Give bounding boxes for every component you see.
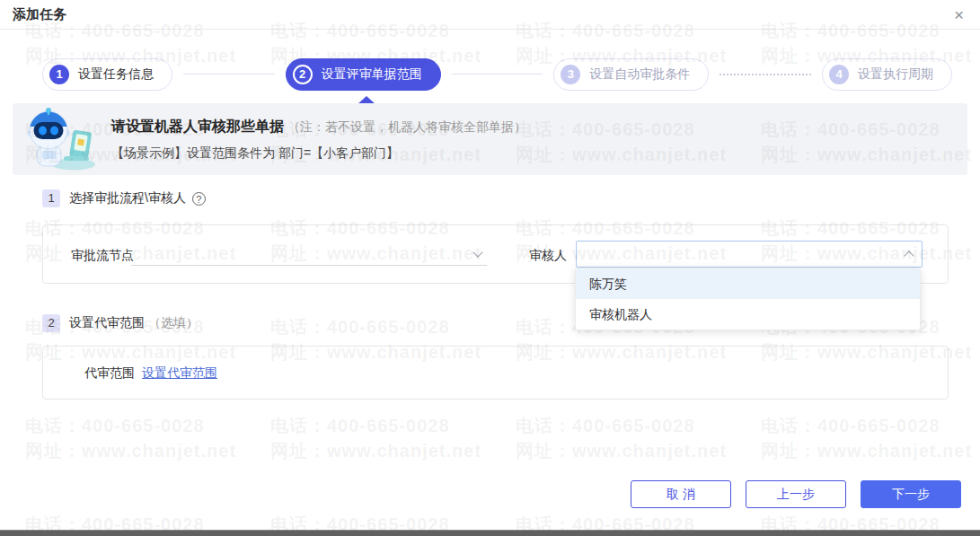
step-2-review-scope[interactable]: 2 设置评审单据范围 <box>286 58 441 91</box>
reviewer-label: 审核人 <box>529 248 567 264</box>
step-4-number: 4 <box>829 65 849 84</box>
step-1-number: 1 <box>49 65 69 84</box>
banner-text: 请设置机器人审核那些单据（注：若不设置，机器人将审核全部单据） 【场景示例】设置… <box>111 118 526 162</box>
step-3-number: 3 <box>561 65 580 84</box>
section-1-title: 选择审批流程\审核人 <box>69 190 186 206</box>
banner-example: 【场景示例】设置范围条件为 部门=【小客户部门】 <box>111 145 526 162</box>
step-1-label: 设置任务信息 <box>78 66 154 83</box>
step-connector <box>183 74 275 75</box>
step-connector <box>452 74 543 75</box>
hint-banner: 请设置机器人审核那些单据（注：若不设置，机器人将审核全部单据） 【场景示例】设置… <box>13 103 967 175</box>
help-icon[interactable]: ? <box>192 192 206 206</box>
step-connector-dotted <box>720 74 811 75</box>
flow-node-label: 审批流节点 <box>71 248 134 264</box>
reviewer-select-input[interactable] <box>576 241 923 268</box>
section-1-heading: 1 选择审批流程\审核人 ? <box>42 189 206 207</box>
footer-actions: 取 消 上一步 下一步 <box>631 480 961 508</box>
section-2-badge: 2 <box>42 314 60 332</box>
delegate-scope-label: 代审范围 <box>84 365 135 382</box>
robot-icon <box>22 106 99 172</box>
chevron-down-icon <box>472 247 482 257</box>
chevron-up-icon <box>904 250 914 260</box>
banner-note: （注：若不设置，机器人将审核全部单据） <box>287 119 526 134</box>
close-icon[interactable]: × <box>954 5 964 25</box>
step-wizard: 1 设置任务信息 2 设置评审单据范围 3 设置自动审批条件 4 设置执行周期 <box>42 57 952 91</box>
reviewer-dropdown: 陈万笑 审核机器人 <box>575 268 921 330</box>
delegate-scope-box: 代审范围 设置代审范围 <box>42 346 949 400</box>
step-1-task-info[interactable]: 1 设置任务信息 <box>42 58 172 91</box>
prev-step-button[interactable]: 上一步 <box>746 480 846 508</box>
modal-title: 添加任务 <box>13 6 66 23</box>
step-4-schedule[interactable]: 4 设置执行周期 <box>822 58 952 91</box>
banner-title: 请设置机器人审核那些单据 <box>111 119 284 134</box>
reviewer-option-chenwanxiao[interactable]: 陈万笑 <box>576 268 920 299</box>
step-2-label: 设置评审单据范围 <box>322 66 422 83</box>
step-3-auto-approval[interactable]: 3 设置自动审批条件 <box>553 58 709 91</box>
window-bottom-edge <box>0 530 980 536</box>
section-2-title: 设置代审范围 <box>69 315 145 331</box>
section-2-heading: 2 设置代审范围 （选填） <box>42 314 199 332</box>
section-2-optional-note: （选填） <box>148 315 199 331</box>
step-3-label: 设置自动审批条件 <box>589 66 690 83</box>
add-task-modal: 添加任务 × 1 设置任务信息 2 设置评审单据范围 3 设置自动审批条件 4 … <box>0 0 980 536</box>
reviewer-option-robot[interactable]: 审核机器人 <box>576 299 920 330</box>
flow-node-select[interactable] <box>131 242 487 266</box>
next-step-button[interactable]: 下一步 <box>861 480 961 508</box>
step-4-label: 设置执行周期 <box>858 66 933 83</box>
set-delegate-scope-link[interactable]: 设置代审范围 <box>142 365 217 382</box>
header-divider <box>0 29 980 30</box>
step-2-number: 2 <box>293 65 313 84</box>
section-1-badge: 1 <box>42 189 60 207</box>
cancel-button[interactable]: 取 消 <box>631 480 731 508</box>
